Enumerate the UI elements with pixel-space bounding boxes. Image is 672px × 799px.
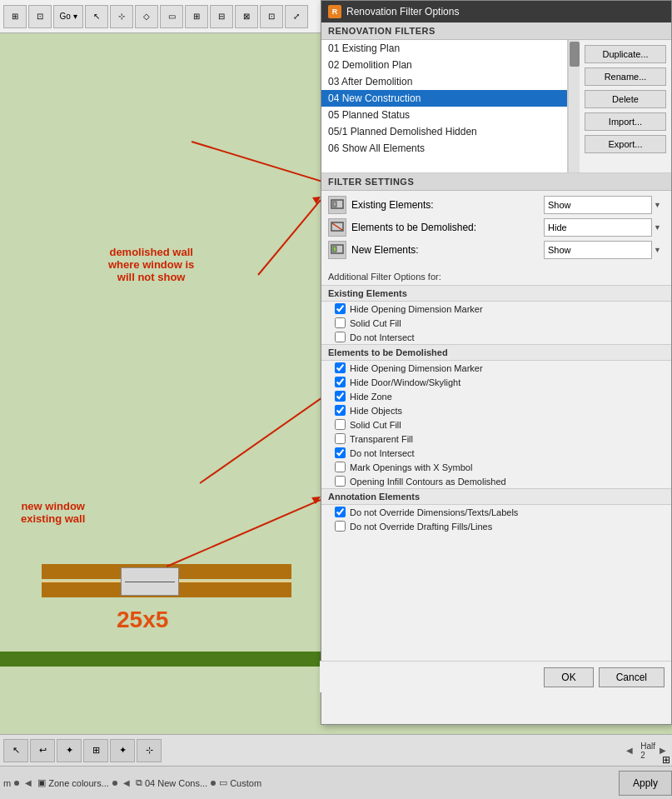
ok-cancel-area: OK Cancel bbox=[320, 661, 671, 692]
additional-options-panel[interactable]: Existing ElementsHide Opening Dimension … bbox=[321, 285, 671, 724]
bottom-tool-1[interactable]: ↖ bbox=[3, 739, 28, 762]
svg-line-4 bbox=[167, 500, 321, 567]
option-checkbox-2[interactable] bbox=[335, 332, 346, 342]
option-checkbox-0[interactable] bbox=[335, 303, 346, 314]
toolbar-icon-7[interactable]: ⊞ bbox=[185, 5, 208, 28]
dialog-icon: R bbox=[328, 5, 341, 18]
option-checkbox-0[interactable] bbox=[335, 362, 346, 373]
filter-label: 04 New Cons... bbox=[145, 778, 207, 788]
option-checkbox-6[interactable] bbox=[335, 447, 346, 458]
option-checkbox-1[interactable] bbox=[335, 377, 346, 387]
toolbar-icon-10[interactable]: ⊡ bbox=[260, 5, 283, 28]
filter-list-item-5[interactable]: 05 Planned Status bbox=[321, 107, 567, 123]
status-dot-3 bbox=[211, 781, 216, 786]
option-row-0: Do not Override Dimensions/Texts/Labels bbox=[321, 505, 671, 519]
toolbar-icon-3[interactable]: ↖ bbox=[85, 5, 108, 28]
option-row-1: Do not Override Drafting Fills/Lines bbox=[321, 519, 671, 533]
filter-list-item-7[interactable]: 06 Show All Elements bbox=[321, 140, 567, 157]
option-label-5: Transparent Fill bbox=[350, 434, 413, 444]
delete-button[interactable]: Delete bbox=[585, 90, 666, 108]
svg-line-2 bbox=[258, 200, 321, 275]
option-checkbox-1[interactable] bbox=[335, 521, 346, 532]
status-nav-1[interactable]: ◀ bbox=[22, 777, 34, 789]
filter-list-scrollbar[interactable] bbox=[568, 40, 580, 172]
custom-label: Custom bbox=[230, 778, 261, 788]
toolbar-icon-5[interactable]: ◇ bbox=[135, 5, 158, 28]
svg-line-1 bbox=[200, 367, 321, 483]
option-row-1: Solid Cut Fill bbox=[321, 316, 671, 330]
filter-list-item-1[interactable]: 01 Existing Plan bbox=[321, 40, 567, 57]
status-nav-2[interactable]: ◀ bbox=[121, 777, 132, 789]
options-section-header: Annotation Elements bbox=[321, 488, 671, 505]
ok-button[interactable]: OK bbox=[544, 667, 593, 687]
option-label-4: Solid Cut Fill bbox=[350, 420, 401, 430]
bottom-tool-6[interactable]: ⊹ bbox=[137, 739, 162, 762]
bottom-tool-4[interactable]: ⊞ bbox=[83, 739, 108, 762]
filter-list-item-4[interactable]: 04 New Construction bbox=[321, 90, 567, 107]
option-checkbox-2[interactable] bbox=[335, 391, 346, 402]
option-checkbox-1[interactable] bbox=[335, 317, 346, 328]
apply-button[interactable]: Apply bbox=[619, 771, 672, 796]
option-row-2: Do not Intersect bbox=[321, 330, 671, 344]
zone-colours-item[interactable]: ▣ Zone colours... bbox=[37, 777, 109, 788]
toolbar-icon-1[interactable]: ⊞ bbox=[3, 5, 27, 28]
window-symbol bbox=[121, 567, 179, 596]
option-label-6: Do not Intersect bbox=[350, 448, 415, 458]
toolbar-icon-2[interactable]: ⊡ bbox=[28, 5, 52, 28]
bottom-tool-2[interactable]: ↩ bbox=[30, 739, 55, 762]
go-button[interactable]: Go ▾ bbox=[53, 5, 83, 28]
filter-status-item[interactable]: ⧉ 04 New Cons... bbox=[136, 777, 207, 788]
option-row-8: Opening Infill Contours as Demolished bbox=[321, 474, 671, 488]
duplicate-button[interactable]: Duplicate... bbox=[585, 45, 666, 63]
green-strip bbox=[0, 652, 321, 667]
svg-line-0 bbox=[192, 142, 321, 200]
option-label-1: Solid Cut Fill bbox=[350, 318, 401, 328]
option-row-3: Hide Objects bbox=[321, 403, 671, 417]
status-bar: m ◀ ▣ Zone colours... ◀ ⧉ 04 New Cons...… bbox=[0, 766, 672, 799]
option-row-1: Hide Door/Window/Skylight bbox=[321, 375, 671, 389]
option-label-1: Do not Override Drafting Fills/Lines bbox=[350, 522, 492, 532]
existing-elements-select[interactable]: Show Hide Wireframe bbox=[544, 196, 652, 214]
custom-status-item[interactable]: ▭ Custom bbox=[219, 777, 261, 788]
option-checkbox-4[interactable] bbox=[335, 419, 346, 430]
demolished-elements-select[interactable]: Show Hide Wireframe bbox=[544, 218, 652, 237]
option-checkbox-3[interactable] bbox=[335, 405, 346, 416]
demolished-elements-row: Elements to be Demolished: Show Hide Wir… bbox=[328, 218, 665, 237]
nav-left[interactable]: ◀ bbox=[624, 745, 635, 757]
export-button[interactable]: Export... bbox=[585, 135, 666, 153]
toolbar-icon-6[interactable]: ▭ bbox=[160, 5, 183, 28]
new-elements-row: New Elements: Show Hide Wireframe ▼ bbox=[328, 241, 665, 259]
bottom-tool-3[interactable]: ✦ bbox=[57, 739, 82, 762]
option-row-6: Do not Intersect bbox=[321, 446, 671, 460]
option-label-0: Do not Override Dimensions/Texts/Labels bbox=[350, 507, 518, 517]
status-dot-2 bbox=[112, 781, 117, 786]
filter-list[interactable]: 01 Existing Plan02 Demolition Plan03 Aft… bbox=[321, 40, 568, 172]
toolbar-icon-8[interactable]: ⊟ bbox=[210, 5, 233, 28]
demolished-wall-annotation: demolished wallwhere window iswill not s… bbox=[108, 246, 194, 283]
toolbar-icon-9[interactable]: ⊠ bbox=[235, 5, 258, 28]
dimension-label: 25x5 bbox=[117, 607, 168, 633]
toolbar-icon-4[interactable]: ⊹ bbox=[110, 5, 133, 28]
import-button[interactable]: Import... bbox=[585, 112, 666, 131]
existing-elements-icon bbox=[328, 196, 346, 214]
filter-list-item-6[interactable]: 05/1 Planned Demolished Hidden bbox=[321, 123, 567, 140]
filter-list-item-3[interactable]: 03 After Demolition bbox=[321, 73, 567, 90]
filter-list-item-2[interactable]: 02 Demolition Plan bbox=[321, 57, 567, 73]
demolished-elements-dropdown-container: Show Hide Wireframe ▼ bbox=[544, 218, 665, 237]
new-elements-select[interactable]: Show Hide Wireframe bbox=[544, 241, 652, 259]
zone-icon: ▣ bbox=[37, 777, 46, 788]
filter-list-container: 01 Existing Plan02 Demolition Plan03 Aft… bbox=[321, 40, 671, 173]
option-checkbox-5[interactable] bbox=[335, 433, 346, 444]
option-checkbox-8[interactable] bbox=[335, 476, 346, 487]
option-checkbox-7[interactable] bbox=[335, 462, 346, 472]
cancel-button[interactable]: Cancel bbox=[599, 667, 665, 687]
option-checkbox-0[interactable] bbox=[335, 507, 346, 517]
renovation-filter-dialog: R Renovation Filter Options RENOVATION F… bbox=[321, 0, 672, 725]
option-label-0: Hide Opening Dimension Marker bbox=[350, 363, 483, 373]
bottom-tool-5[interactable]: ✦ bbox=[110, 739, 135, 762]
option-label-7: Mark Openings with X Symbol bbox=[350, 462, 472, 472]
option-label-2: Do not Intersect bbox=[350, 332, 415, 342]
toolbar-icon-11[interactable]: ⤢ bbox=[285, 5, 308, 28]
rename-button[interactable]: Rename... bbox=[585, 67, 666, 86]
option-label-1: Hide Door/Window/Skylight bbox=[350, 377, 460, 387]
